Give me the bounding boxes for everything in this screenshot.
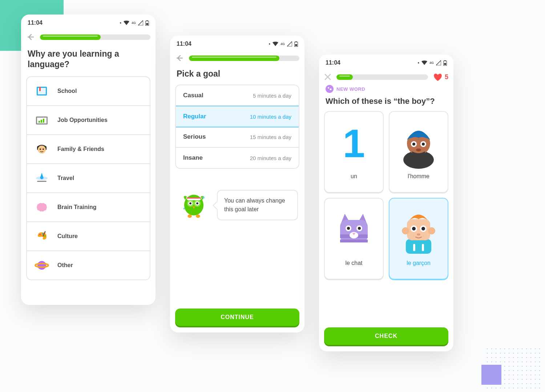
badge-label: NEW WORD [336, 86, 365, 92]
svg-point-48 [422, 143, 425, 146]
svg-point-41 [328, 87, 329, 89]
check-button[interactable]: CHECK [324, 327, 448, 345]
svg-rect-9 [41, 120, 42, 123]
svg-rect-50 [340, 220, 368, 242]
reason-item-brain[interactable]: Brain Training [27, 193, 150, 222]
svg-point-12 [40, 148, 41, 150]
reason-label: Job Opportunities [57, 117, 108, 123]
reason-label: School [57, 88, 77, 94]
svg-point-35 [196, 215, 200, 218]
goal-desc: 10 minutes a day [250, 114, 291, 120]
answer-card-lhomme[interactable]: l'homme [389, 111, 448, 193]
phone-screen-reason: 11:04 • 4G Why are you learning a langua… [21, 15, 156, 305]
reason-item-other[interactable]: Other [27, 251, 150, 279]
svg-rect-15 [37, 181, 47, 182]
card-label: l'homme [408, 173, 429, 180]
answer-card-lechat[interactable]: le chat [324, 198, 384, 279]
svg-rect-8 [39, 121, 40, 123]
person-icon [34, 142, 49, 157]
page-title: Why are you learning a language? [21, 46, 156, 76]
status-bar: 11:04 • 4G [170, 36, 304, 52]
hearts-counter[interactable]: 5 [433, 73, 448, 81]
svg-rect-61 [407, 219, 430, 240]
dot-icon: • [120, 20, 121, 25]
reason-item-school[interactable]: School [27, 77, 150, 106]
goal-desc: 5 minutes a day [253, 93, 291, 99]
goal-item-insane[interactable]: Insane 20 minutes a day [176, 148, 299, 168]
chart-icon [34, 113, 49, 128]
svg-rect-4 [38, 88, 46, 94]
tip-bubble: You can always change this goal later [217, 190, 298, 220]
svg-point-34 [187, 215, 191, 218]
svg-rect-59 [413, 244, 415, 251]
boy-icon [397, 204, 440, 256]
svg-point-20 [37, 261, 46, 270]
svg-point-55 [347, 227, 350, 230]
reason-item-culture[interactable]: Culture [27, 222, 150, 251]
back-icon[interactable] [175, 54, 184, 62]
svg-point-31 [196, 202, 198, 204]
reason-item-family[interactable]: Family & Friends [27, 135, 150, 164]
svg-point-49 [416, 148, 421, 151]
reason-item-travel[interactable]: Travel [27, 164, 150, 193]
reason-item-job[interactable]: Job Opportunities [27, 106, 150, 135]
goal-item-serious[interactable]: Serious 15 minutes a day [176, 127, 299, 148]
goal-name: Insane [183, 154, 203, 162]
svg-rect-60 [422, 244, 424, 251]
svg-point-68 [417, 233, 420, 236]
answer-grid: 1 un l'homme le chat [319, 111, 453, 279]
brain-icon [34, 200, 49, 215]
reason-label: Other [57, 262, 73, 269]
signal-icon [138, 20, 143, 25]
status-bar: 11:04 • 4G [21, 15, 156, 31]
battery-icon [294, 41, 298, 47]
status-bar: 11:04 • 4G [319, 54, 453, 71]
card-label: le chat [345, 260, 362, 266]
bg-accent-purple [481, 365, 501, 385]
phone-screen-goal: 11:04 • 4G Pick a goal Casual 5 minutes … [170, 36, 304, 332]
number-one-icon: 1 [343, 117, 365, 170]
svg-rect-10 [43, 119, 44, 123]
svg-point-42 [330, 89, 332, 90]
phone-screen-lesson: 11:04 • 4G 5 NEW WORD Which of these is … [319, 54, 453, 351]
sparkle-icon [326, 85, 334, 93]
page-title: Pick a goal [170, 67, 304, 85]
svg-point-36 [202, 196, 205, 199]
progress-bar [336, 74, 428, 80]
goal-name: Serious [183, 133, 206, 140]
svg-rect-58 [406, 239, 431, 254]
wifi-icon [421, 60, 427, 65]
progress-bar [40, 34, 150, 40]
wifi-icon [272, 41, 278, 46]
status-time: 11:04 [28, 20, 43, 26]
answer-card-legarcon[interactable]: le garçon [389, 198, 448, 279]
battery-icon [443, 60, 447, 66]
plane-icon [34, 171, 49, 186]
continue-button[interactable]: CONTINUE [175, 309, 299, 326]
card-label: le garçon [407, 260, 431, 266]
status-time: 11:04 [177, 41, 191, 47]
dot-icon: • [418, 60, 419, 65]
svg-point-56 [358, 227, 361, 230]
status-icons: • 4G [120, 20, 149, 26]
close-icon[interactable] [324, 73, 331, 81]
signal-icon [436, 60, 441, 65]
svg-point-66 [412, 227, 416, 230]
goal-item-regular[interactable]: Regular 10 minutes a day [175, 106, 299, 127]
book-icon [34, 83, 49, 99]
back-icon[interactable] [26, 33, 35, 41]
goal-desc: 20 minutes a day [250, 155, 291, 161]
reason-label: Family & Friends [57, 146, 104, 152]
goal-item-casual[interactable]: Casual 5 minutes a day [176, 85, 299, 106]
svg-rect-40 [444, 63, 446, 65]
signal-icon [287, 41, 292, 46]
svg-point-62 [402, 227, 409, 234]
battery-icon [145, 20, 149, 26]
svg-rect-33 [187, 197, 201, 199]
goal-list: Casual 5 minutes a day Regular 10 minute… [175, 85, 299, 169]
svg-point-63 [428, 227, 435, 234]
cat-icon [332, 204, 376, 256]
goal-name: Regular [183, 113, 206, 120]
answer-card-un[interactable]: 1 un [324, 111, 384, 193]
svg-rect-2 [146, 23, 148, 25]
